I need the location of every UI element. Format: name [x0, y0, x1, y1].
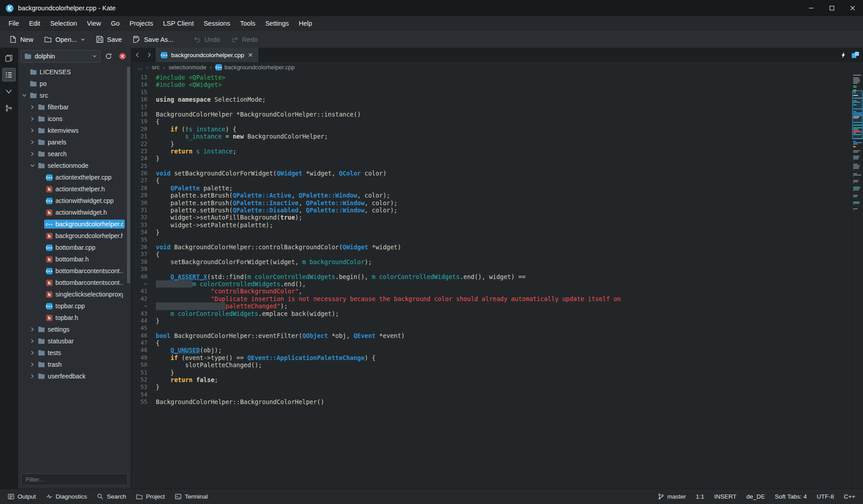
code-line-35[interactable]: 35	[132, 236, 851, 243]
status-git-branch[interactable]: master	[653, 489, 691, 504]
toolbar-redo-button[interactable]: Redo	[227, 33, 263, 46]
tab-close-icon[interactable]	[248, 52, 253, 58]
status-dictionary[interactable]: de_DE	[741, 489, 770, 504]
expander-chevron-right-icon[interactable]	[29, 104, 36, 110]
sidebar-tool-documents[interactable]	[2, 51, 16, 65]
expander-chevron-right-icon[interactable]	[29, 128, 36, 133]
status-terminal[interactable]: Terminal	[170, 489, 213, 504]
tree-item-topbar-h[interactable]: htopbar.h	[18, 312, 131, 324]
expander-chevron-right-icon[interactable]	[29, 374, 36, 379]
expander-chevron-right-icon[interactable]	[29, 350, 36, 356]
tree-item-bottombar-h[interactable]: hbottombar.h	[18, 253, 131, 265]
tree-item-actionwithwidget-cpp[interactable]: C++actionwithwidget.cpp	[18, 195, 131, 207]
tab-forward-button[interactable]	[143, 48, 155, 62]
tree-item-bottombarcontentscont[interactable]: hbottombarcontentscont…	[18, 277, 131, 288]
toolbar-save-button[interactable]: Save	[91, 33, 127, 46]
menu-sessions[interactable]: Sessions	[199, 16, 235, 31]
code-line-44[interactable]: 44}	[132, 317, 851, 324]
status-project[interactable]: Project	[131, 489, 170, 504]
status-search[interactable]: Search	[92, 489, 131, 504]
code-line-25[interactable]: 25	[132, 162, 851, 170]
code-line-17[interactable]: 17	[132, 104, 851, 111]
code-line-52[interactable]: 52 return false;	[132, 376, 851, 383]
status-cursor-position[interactable]: 1:1	[691, 489, 709, 504]
minimap[interactable]	[851, 72, 863, 489]
code-line-27[interactable]: 27{	[132, 177, 851, 184]
tree-item-tests[interactable]: tests	[18, 347, 131, 359]
code-line-48[interactable]: 48 Q_UNUSED(obj);	[132, 346, 851, 354]
menu-projects[interactable]: Projects	[125, 16, 158, 31]
code-line-29[interactable]: 29 palette.setBrush(QPalette::Active, QP…	[132, 192, 851, 199]
toolbar-undo-button[interactable]: Undo	[189, 33, 225, 46]
expander-chevron-right-icon[interactable]	[29, 116, 36, 122]
menu-help[interactable]: Help	[294, 16, 317, 31]
tree-scrollbar[interactable]	[127, 67, 130, 284]
tree-item-bottombarcontentscont[interactable]: C++bottombarcontentscont…	[18, 265, 131, 277]
menu-tools[interactable]: Tools	[235, 16, 260, 31]
code-line-18[interactable]: 18BackgroundColorHelper *BackgroundColor…	[132, 111, 851, 118]
tree-item-icons[interactable]: icons	[18, 113, 131, 125]
code-line-50[interactable]: 50 slotPaletteChanged();	[132, 361, 851, 369]
code-line-31[interactable]: 31 palette.setBrush(QPalette::Disabled, …	[132, 207, 851, 214]
code-line-54[interactable]: 54	[132, 391, 851, 398]
status-diagnostics[interactable]: Diagnostics	[41, 489, 92, 504]
code-line-wrapped[interactable]: ↪paletteChanged");	[132, 302, 851, 310]
tree-item-search[interactable]: search	[18, 148, 131, 160]
code-line-32[interactable]: 32 widget->setAutoFillBackground(true);	[132, 214, 851, 221]
tree-item-statusbar[interactable]: statusbar	[18, 335, 131, 347]
breadcrumb-backgroundcolorhelper-cpp[interactable]: C++backgroundcolorhelper.cpp	[215, 64, 295, 71]
quick-actions-lightning-icon[interactable]	[840, 52, 847, 58]
code-line-16[interactable]: 16using namespace SelectionMode;	[132, 96, 851, 103]
breadcrumb-src[interactable]: src	[152, 64, 159, 71]
code-line-47[interactable]: 47{	[132, 339, 851, 346]
code-line-33[interactable]: 33 widget->setPalette(palette);	[132, 221, 851, 229]
code-line-39[interactable]: 39	[132, 266, 851, 273]
menu-lsp-client[interactable]: LSP Client	[158, 16, 199, 31]
tree-item-po[interactable]: po	[18, 78, 131, 90]
code-line-41[interactable]: 41 "controlBackgroundColor",	[132, 288, 851, 295]
tab-back-button[interactable]	[132, 48, 143, 62]
menu-view[interactable]: View	[82, 16, 106, 31]
breadcrumb-selectionmode[interactable]: selectionmode	[168, 64, 206, 71]
code-line-15[interactable]: 15	[132, 89, 851, 96]
sidebar-tool-symbols[interactable]	[2, 85, 16, 98]
code-line-43[interactable]: 43 m_colorControlledWidgets.emplace_back…	[132, 310, 851, 317]
code-line-49[interactable]: 49 if (event->type() == QEvent::Applicat…	[132, 354, 851, 361]
expander-chevron-right-icon[interactable]	[29, 151, 36, 157]
code-line-38[interactable]: 38 setBackgroundColorForWidget(widget, m…	[132, 258, 851, 266]
code-line-20[interactable]: 20 if (!s_instance) {	[132, 126, 851, 133]
tree-item-licenses[interactable]: LICENSES	[18, 66, 131, 78]
code-line-21[interactable]: 21 s_instance = new BackgroundColorHelpe…	[132, 133, 851, 140]
tree-item-panels[interactable]: panels	[18, 136, 131, 148]
sidebar-tool-project[interactable]	[2, 68, 16, 81]
tree-item-filterbar[interactable]: filterbar	[18, 101, 131, 113]
tree-item-bottombar-cpp[interactable]: C++bottombar.cpp	[18, 242, 131, 253]
code-line-51[interactable]: 51 }	[132, 369, 851, 376]
menu-selection[interactable]: Selection	[45, 16, 82, 31]
tree-item-actiontexthelper-h[interactable]: hactiontexthelper.h	[18, 183, 131, 195]
status-encoding[interactable]: UTF-8	[812, 489, 839, 504]
toolbar-save-as-button[interactable]: Save As...	[128, 33, 178, 46]
code-line-14[interactable]: 14#include <QWidget>	[132, 81, 851, 88]
menu-settings[interactable]: Settings	[260, 16, 294, 31]
tree-item-singleclickselectionproxy[interactable]: hsingleclickselectionproxy…	[18, 288, 131, 300]
tree-item-backgroundcolorhelper-h[interactable]: hbackgroundcolorhelper.h	[18, 230, 131, 242]
tree-item-topbar-cpp[interactable]: C++topbar.cpp	[18, 300, 131, 312]
expander-chevron-right-icon[interactable]	[29, 327, 36, 332]
tree-item-actiontexthelper-cpp[interactable]: C++actiontexthelper.cpp	[18, 171, 131, 183]
tree-item-actionwithwidget-h[interactable]: hactionwithwidget.h	[18, 207, 131, 218]
expander-chevron-right-icon[interactable]	[29, 362, 36, 367]
code-line-19[interactable]: 19{	[132, 118, 851, 125]
code-line-24[interactable]: 24}	[132, 155, 851, 162]
code-line-13[interactable]: 13#include <QPalette>	[132, 74, 851, 81]
status-tab-settings[interactable]: Soft Tabs: 4	[770, 489, 812, 504]
breadcrumb-root-ellipsis[interactable]: …	[137, 64, 143, 71]
menu-edit[interactable]: Edit	[24, 16, 45, 31]
expander-chevron-down-icon[interactable]	[29, 163, 36, 168]
minimize-button[interactable]	[801, 0, 822, 16]
code-lines[interactable]: 13#include <QPalette>14#include <QWidget…	[132, 72, 851, 489]
toolbar-new-button[interactable]: New	[5, 33, 38, 46]
code-line-42[interactable]: 42 "Duplicate insertion is not necessary…	[132, 295, 851, 302]
status-input-mode[interactable]: INSERT	[709, 489, 741, 504]
expander-chevron-right-icon[interactable]	[29, 338, 36, 344]
